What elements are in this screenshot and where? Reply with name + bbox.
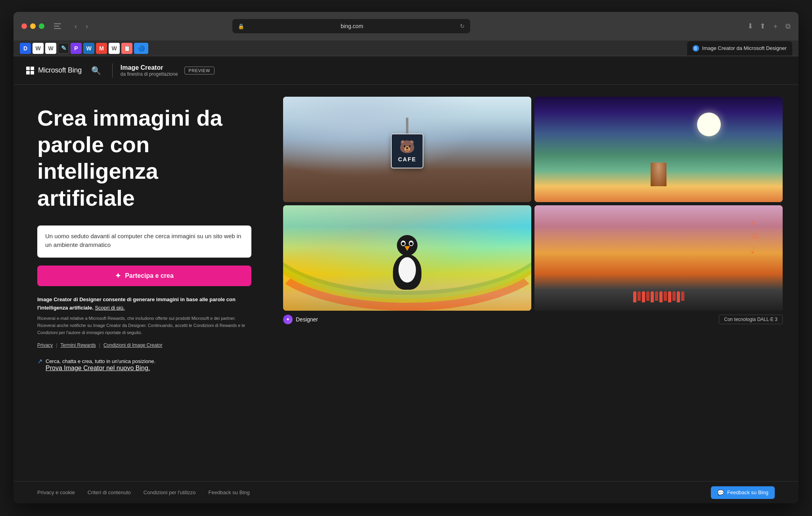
penguin-torso bbox=[393, 254, 421, 290]
penguin-belly bbox=[398, 257, 416, 283]
minimize-button[interactable] bbox=[30, 23, 36, 29]
preview-badge: PREVIEW bbox=[184, 67, 214, 75]
fullscreen-button[interactable] bbox=[39, 23, 44, 29]
conditions-link[interactable]: Condizioni di Image Creator bbox=[103, 342, 163, 348]
music-note-1: ♪ bbox=[751, 216, 758, 227]
designer-badge: ✦ Designer bbox=[283, 315, 318, 324]
bookmark-n[interactable]: ✎ bbox=[58, 43, 69, 54]
cafe-sign: 🐻 CAFE bbox=[391, 134, 423, 168]
feedback-chat-icon: 💬 bbox=[717, 489, 724, 496]
crowd-person bbox=[668, 291, 671, 302]
bookmark-w3[interactable]: W bbox=[83, 43, 94, 54]
images-grid: 🐻 CAFE bbox=[283, 97, 783, 311]
crowd-person bbox=[677, 291, 680, 302]
penguin-character bbox=[393, 235, 421, 290]
crowd-row bbox=[547, 291, 770, 302]
tab-title: Image Creator da Microsoft Designer bbox=[702, 45, 787, 51]
footer-terms-link[interactable]: Condizioni per l'utilizzo bbox=[144, 489, 196, 495]
bookmark-m[interactable]: M bbox=[96, 43, 107, 54]
active-tab[interactable]: B Image Creator da Microsoft Designer bbox=[687, 41, 792, 55]
bookmark-d[interactable]: D bbox=[20, 43, 31, 54]
cafe-label: CAFE bbox=[398, 156, 416, 162]
cafe-bear-emoji: 🐻 bbox=[398, 139, 416, 154]
promo-text: Cerca, chatta e crea, tutto in un'unica … bbox=[46, 358, 155, 364]
ms-bing-logo[interactable]: Microsoft Bing bbox=[26, 66, 82, 75]
sidebar-toggle-button[interactable] bbox=[54, 21, 67, 31]
moon-element bbox=[697, 113, 721, 136]
page-main: Crea immagini da parole con intelligenza… bbox=[13, 85, 799, 503]
terms-link[interactable]: Termini Rewards bbox=[60, 342, 96, 348]
download-icon[interactable]: ⬇ bbox=[747, 22, 753, 31]
learn-more-link[interactable]: Scopri di più. bbox=[95, 305, 124, 311]
prompt-input[interactable]: Un uomo seduto davanti al computer che c… bbox=[45, 232, 243, 250]
penguin-left-eye bbox=[401, 241, 406, 246]
prompt-input-wrapper[interactable]: Un uomo seduto davanti al computer che c… bbox=[37, 226, 251, 258]
url-text: bing.com bbox=[247, 23, 457, 29]
promo-content: Cerca, chatta e crea, tutto in un'unica … bbox=[46, 357, 155, 372]
penguin-right-eye bbox=[409, 241, 414, 246]
feedback-button-label: Feedback su Bing bbox=[727, 489, 768, 495]
hero-title: Crea immagini da parole con intelligenza… bbox=[37, 105, 251, 211]
bookmark-bl[interactable]: 🔵 bbox=[134, 43, 148, 54]
designer-label: Designer bbox=[296, 316, 318, 323]
page-footer: Privacy e cookie Criteri di contenuto Co… bbox=[13, 481, 799, 503]
dall-e-badge: Con tecnologia DALL·E 3 bbox=[719, 315, 783, 324]
close-button[interactable] bbox=[21, 23, 27, 29]
back-button[interactable]: ‹ bbox=[71, 21, 80, 32]
penguin-right-pupil bbox=[410, 242, 413, 245]
search-button[interactable]: 🔍 bbox=[88, 63, 104, 78]
svg-text:B: B bbox=[694, 46, 697, 51]
address-bar[interactable]: 🔒 bing.com ↻ bbox=[232, 19, 470, 33]
header-divider bbox=[112, 63, 113, 78]
crowd-person bbox=[655, 291, 658, 301]
penguin-left-pupil bbox=[402, 242, 405, 245]
toolbar-right: ⬇ ⬆ ＋ ⧉ bbox=[747, 21, 791, 31]
crowd-person bbox=[659, 291, 663, 302]
crowd-person bbox=[642, 291, 645, 302]
penguin-head bbox=[397, 235, 417, 256]
cafe-sign-overlay: 🐻 CAFE bbox=[391, 118, 423, 168]
ms-windows-icon bbox=[26, 67, 34, 75]
browser-window: ‹ › 🔒 bing.com ↻ ⬇ ⬆ ＋ ⧉ D W W ✎ P W M W… bbox=[13, 12, 799, 503]
page-header: Microsoft Bing 🔍 Image Creator da finest… bbox=[13, 56, 799, 85]
feedback-button[interactable]: 💬 Feedback su Bing bbox=[711, 486, 775, 499]
cafe-pole bbox=[406, 118, 408, 134]
share-icon[interactable]: ⬆ bbox=[760, 22, 766, 31]
nav-buttons: ‹ › bbox=[71, 21, 91, 32]
right-panel: 🐻 CAFE bbox=[275, 85, 799, 503]
music-notes: ♪ ♫ ♩ bbox=[751, 216, 758, 256]
footer-criteria-link[interactable]: Criteri di contenuto bbox=[88, 489, 131, 495]
image-creator-subtitle: da finestra di progettazione bbox=[121, 71, 178, 77]
bookmark-w4[interactable]: W bbox=[109, 43, 120, 54]
bookmark-p[interactable]: P bbox=[71, 43, 82, 54]
crowd-person bbox=[681, 291, 684, 301]
small-print-text: Riceverai e-mail relative a Microsoft Re… bbox=[37, 315, 251, 336]
image-creator-title: Image Creator bbox=[121, 64, 178, 71]
browser-titlebar: ‹ › 🔒 bing.com ↻ ⬇ ⬆ ＋ ⧉ bbox=[13, 12, 799, 40]
penguin-beak bbox=[404, 246, 410, 251]
fantasy-figure bbox=[651, 162, 666, 186]
bookmark-w1[interactable]: W bbox=[33, 43, 44, 54]
crowd-person bbox=[664, 291, 667, 301]
image-music: ♪ ♫ ♩ bbox=[534, 205, 783, 311]
bookmark-w2[interactable]: W bbox=[45, 43, 56, 54]
promo-link[interactable]: Prova Image Creator nel nuovo Bing. bbox=[46, 365, 150, 371]
browser-content: Microsoft Bing 🔍 Image Creator da finest… bbox=[13, 56, 799, 503]
bing-logo-text: Microsoft Bing bbox=[38, 66, 82, 75]
forward-button[interactable]: › bbox=[82, 21, 91, 32]
tab-favicon: B bbox=[693, 45, 699, 52]
footer-feedback-link[interactable]: Feedback su Bing bbox=[209, 489, 250, 495]
create-button[interactable]: ✦ Partecipa e crea bbox=[37, 266, 251, 286]
reload-button[interactable]: ↻ bbox=[460, 23, 465, 29]
bookmark-tr[interactable]: 📋 bbox=[121, 43, 132, 54]
new-tab-icon[interactable]: ＋ bbox=[772, 21, 779, 31]
crowd-person bbox=[672, 291, 676, 301]
designer-icon: ✦ bbox=[283, 315, 293, 324]
images-footer: ✦ Designer Con tecnologia DALL·E 3 bbox=[283, 311, 783, 332]
music-note-3: ♩ bbox=[751, 245, 758, 256]
music-note-2: ♫ bbox=[751, 230, 758, 241]
privacy-link[interactable]: Privacy bbox=[37, 342, 53, 348]
footer-privacy-link[interactable]: Privacy e cookie bbox=[37, 489, 75, 495]
links-row: Privacy | Termini Rewards | Condizioni d… bbox=[37, 342, 251, 348]
windows-icon[interactable]: ⧉ bbox=[785, 22, 791, 31]
